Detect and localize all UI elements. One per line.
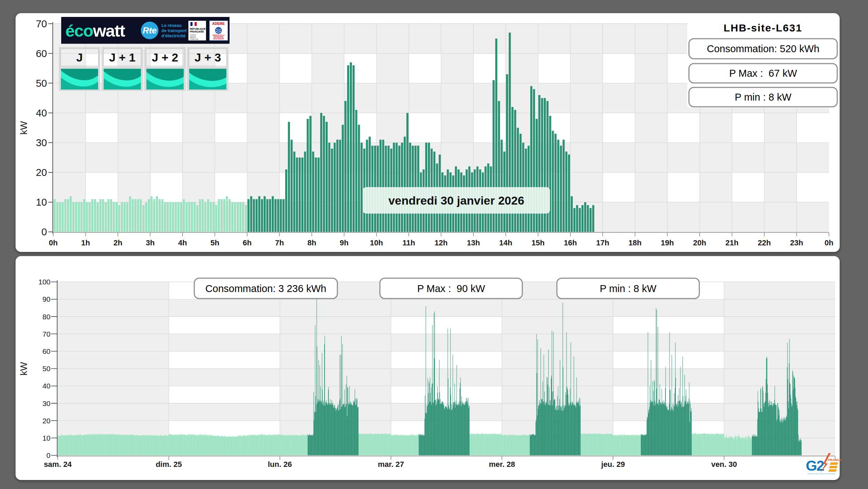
svg-text:ÉCOLOGIQUE: ÉCOLOGIQUE: [213, 37, 224, 40]
svg-text:FRANÇAISE: FRANÇAISE: [190, 30, 204, 33]
svg-text:jeu. 29: jeu. 29: [601, 460, 625, 469]
svg-text:Optimisation des ressources én: Optimisation des ressources énergétiques: [807, 473, 836, 474]
svg-text:22h: 22h: [758, 238, 771, 247]
svg-text:d’électricité: d’électricité: [161, 34, 186, 38]
svg-text:14h: 14h: [499, 238, 512, 247]
svg-text:Consommation: 3 236 kWh: Consommation: 3 236 kWh: [205, 283, 326, 294]
svg-text:50: 50: [43, 365, 50, 373]
svg-text:dim. 25: dim. 25: [156, 460, 182, 469]
svg-text:10: 10: [36, 197, 47, 208]
svg-text:11h: 11h: [402, 238, 415, 247]
svg-text:90: 90: [43, 295, 50, 303]
svg-text:4h: 4h: [178, 238, 187, 247]
svg-text:J + 1: J + 1: [109, 51, 136, 64]
svg-text:40: 40: [43, 382, 50, 390]
svg-text:13h: 13h: [467, 238, 480, 247]
svg-text:6h: 6h: [243, 238, 252, 247]
svg-text:10: 10: [43, 434, 50, 442]
svg-text:17h: 17h: [596, 238, 609, 247]
svg-text:0h: 0h: [49, 238, 58, 247]
svg-text:Consommation: 520 kWh: Consommation: 520 kWh: [707, 43, 820, 54]
svg-text:70: 70: [36, 18, 47, 29]
svg-text:Le réseau: Le réseau: [161, 23, 181, 28]
svg-text:50: 50: [36, 78, 47, 89]
svg-text:P Max : 90 kW: P Max : 90 kW: [417, 283, 485, 294]
svg-text:RÉPUBLIQUE: RÉPUBLIQUE: [190, 27, 206, 30]
svg-text:LHB-site-L631: LHB-site-L631: [724, 22, 802, 34]
svg-text:kW: kW: [19, 121, 29, 135]
svg-text:kW: kW: [19, 362, 29, 376]
svg-text:9h: 9h: [340, 238, 349, 247]
svg-text:100: 100: [38, 278, 50, 286]
svg-text:19h: 19h: [661, 238, 674, 247]
svg-text:FRANCE: FRANCE: [828, 458, 842, 462]
svg-text:J + 3: J + 3: [195, 51, 221, 64]
svg-text:0h: 0h: [824, 238, 833, 247]
svg-text:60: 60: [43, 347, 50, 355]
svg-text:écowatt: écowatt: [65, 21, 125, 40]
svg-text:15h: 15h: [532, 238, 545, 247]
svg-text:80: 80: [43, 313, 50, 321]
svg-text:30: 30: [43, 399, 50, 407]
svg-text:3h: 3h: [146, 238, 155, 247]
svg-text:mer. 28: mer. 28: [489, 460, 515, 469]
svg-text:ADEME: ADEME: [212, 22, 225, 26]
svg-text:23h: 23h: [790, 238, 803, 247]
svg-text:18h: 18h: [628, 238, 642, 247]
svg-text:vendredi 30 janvier 2026: vendredi 30 janvier 2026: [388, 194, 524, 207]
svg-text:lun. 26: lun. 26: [268, 460, 292, 469]
svg-text:8h: 8h: [307, 238, 316, 247]
svg-text:ven. 30: ven. 30: [711, 460, 737, 469]
svg-text:20: 20: [43, 417, 50, 425]
svg-text:de transport: de transport: [161, 28, 187, 33]
svg-text:P Max : 67 kW: P Max : 67 kW: [729, 68, 797, 79]
svg-text:P min : 8 kW: P min : 8 kW: [600, 283, 656, 294]
svg-text:P min : 8 kW: P min : 8 kW: [735, 92, 792, 103]
svg-text:60: 60: [36, 48, 47, 59]
svg-text:7h: 7h: [275, 238, 284, 247]
svg-text:Fraternité: Fraternité: [190, 38, 198, 40]
svg-text:70: 70: [43, 330, 50, 338]
svg-text:20: 20: [36, 167, 47, 178]
svg-text:0: 0: [41, 226, 47, 237]
svg-text:mar. 27: mar. 27: [378, 460, 404, 469]
svg-text:16h: 16h: [564, 238, 577, 247]
svg-text:2h: 2h: [113, 238, 122, 247]
svg-text:30: 30: [36, 137, 47, 148]
svg-text:sam. 24: sam. 24: [44, 460, 72, 469]
svg-text:5h: 5h: [211, 238, 220, 247]
svg-text:12h: 12h: [435, 238, 448, 247]
svg-text:J + 2: J + 2: [152, 51, 178, 64]
svg-text:J: J: [76, 51, 83, 64]
svg-text:40: 40: [36, 107, 47, 119]
svg-text:20h: 20h: [693, 238, 706, 247]
svg-text:21h: 21h: [726, 238, 739, 247]
svg-text:0: 0: [46, 451, 50, 459]
svg-text:10h: 10h: [370, 238, 383, 247]
svg-text:1h: 1h: [81, 238, 90, 247]
